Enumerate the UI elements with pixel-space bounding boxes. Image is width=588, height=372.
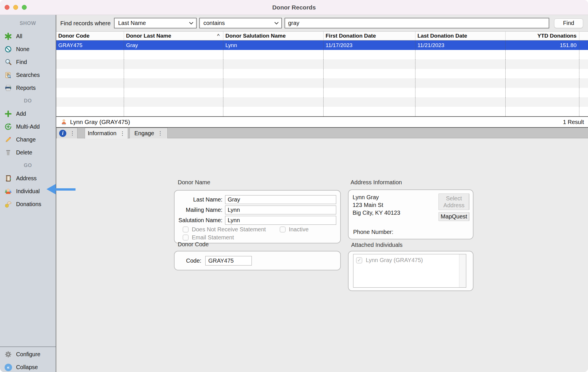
- sidebar-item-find[interactable]: Find: [0, 56, 56, 69]
- table-row-empty[interactable]: [56, 50, 588, 59]
- info-icon: i: [59, 130, 66, 137]
- cell-first-donation: 11/17/2023: [324, 40, 415, 50]
- collapse-icon: «: [4, 363, 12, 371]
- sidebar-section-show: SHOW: [0, 17, 56, 30]
- chevron-down-icon: [274, 20, 278, 24]
- sidebar-item-multi-add[interactable]: Multi-Add: [0, 120, 56, 133]
- person-icon: [60, 119, 67, 126]
- sidebar-label-collapse: Collapse: [16, 364, 38, 371]
- list-item[interactable]: ✓ Lynn Gray (GRAY475): [356, 257, 466, 264]
- attached-individuals-list[interactable]: ✓ Lynn Gray (GRAY475): [353, 254, 466, 288]
- sidebar-label-searches: Searches: [16, 72, 40, 78]
- sidebar-label-change: Change: [16, 136, 36, 143]
- does-not-receive-statement-checkbox[interactable]: [183, 226, 189, 232]
- minimize-button[interactable]: [13, 5, 18, 10]
- tab-information-label: Information: [88, 130, 116, 137]
- donor-records-window: Donor Records SHOW All None Find Searche…: [0, 0, 588, 372]
- checked-checkbox-icon[interactable]: ✓: [356, 257, 362, 264]
- donor-code-group-label: Donor Code: [178, 241, 209, 248]
- sidebar-item-configure[interactable]: Configure: [0, 348, 56, 361]
- sidebar-item-reports[interactable]: Reports: [0, 82, 56, 94]
- column-header-last-donation-date[interactable]: Last Donation Date: [415, 32, 506, 40]
- field-select[interactable]: Last Name: [114, 18, 197, 28]
- salutation-name-field[interactable]: Lynn: [225, 216, 336, 225]
- sidebar-label-address: Address: [16, 175, 37, 182]
- tab-info[interactable]: i ⋮: [57, 128, 78, 138]
- column-header-donor-salutation-name[interactable]: Donor Salutation Name: [223, 32, 324, 40]
- find-bar: Find records where Last Name contains gr…: [56, 15, 588, 32]
- sidebar-item-delete[interactable]: Delete: [0, 146, 56, 159]
- last-name-field[interactable]: Gray: [225, 195, 336, 204]
- find-button[interactable]: Find: [554, 18, 583, 28]
- sidebar-item-add[interactable]: Add: [0, 107, 56, 120]
- tab-engage[interactable]: Engage ⋮: [129, 128, 168, 138]
- list-scrollbar[interactable]: [459, 254, 466, 287]
- coin-hand-icon: [4, 200, 12, 208]
- select-address-button[interactable]: Select Address: [438, 193, 469, 210]
- sidebar-item-address[interactable]: Address: [0, 172, 56, 185]
- column-header-ytd-donations[interactable]: YTD Donations: [506, 32, 579, 40]
- sidebar: SHOW All None Find Searches Reports D: [0, 15, 56, 372]
- result-count: 1 Result: [563, 119, 584, 125]
- does-not-receive-statement-label: Does Not Receive Statement: [192, 226, 266, 233]
- sidebar-label-all: All: [16, 33, 22, 40]
- gear-icon: [4, 350, 12, 358]
- column-header-donor-code[interactable]: Donor Code: [56, 32, 124, 40]
- sidebar-label-delete: Delete: [16, 149, 32, 156]
- column-header-first-donation-date[interactable]: First Donation Date: [324, 32, 415, 40]
- table-row-empty[interactable]: [56, 88, 588, 97]
- attached-individuals-group-label: Attached Individuals: [351, 242, 403, 248]
- tab-information[interactable]: Information ⋮: [85, 128, 128, 139]
- table-row-empty[interactable]: [56, 59, 588, 69]
- address-line-city: Big City, KY 40123: [353, 209, 438, 217]
- sidebar-item-searches[interactable]: Searches: [0, 69, 56, 82]
- sort-ascending-icon: ^: [217, 33, 223, 39]
- search-query-input[interactable]: gray: [285, 18, 549, 28]
- sidebar-item-all[interactable]: All: [0, 30, 56, 43]
- zoom-button[interactable]: [22, 5, 27, 10]
- sidebar-item-individual[interactable]: Individual: [0, 185, 56, 198]
- sidebar-label-reports: Reports: [16, 85, 36, 91]
- attached-individuals-panel: ✓ Lynn Gray (GRAY475): [348, 251, 473, 291]
- address-line-street: 123 Main St: [353, 201, 438, 209]
- salutation-name-label: Salutation Name:: [177, 217, 225, 224]
- traffic-lights: [5, 0, 27, 15]
- tab-grip-icon: ⋮: [120, 131, 125, 136]
- mapquest-button[interactable]: MapQuest: [438, 212, 469, 221]
- cell-donor-code: GRAY475: [56, 40, 124, 50]
- cell-salutation: Lynn: [223, 40, 324, 50]
- donor-code-panel: Code: GRAY475: [174, 251, 341, 270]
- sidebar-item-collapse[interactable]: « Collapse: [0, 361, 56, 372]
- results-table: GRAY475 Gray Lynn 11/17/2023 11/21/2023 …: [56, 40, 588, 117]
- inactive-checkbox[interactable]: [280, 226, 286, 232]
- code-field[interactable]: GRAY475: [205, 256, 252, 266]
- operator-select[interactable]: contains: [199, 18, 282, 28]
- table-row-selected[interactable]: GRAY475 Gray Lynn 11/17/2023 11/21/2023 …: [56, 40, 588, 50]
- sidebar-label-none: None: [16, 46, 30, 53]
- no-entry-icon: [4, 45, 12, 53]
- sidebar-item-none[interactable]: None: [0, 43, 56, 56]
- address-book-icon: [4, 175, 12, 182]
- record-title: Lynn Gray (GRAY475): [70, 119, 130, 125]
- table-row-empty[interactable]: [56, 97, 588, 107]
- cell-last-name: Gray: [124, 40, 223, 50]
- mailing-name-field[interactable]: Lynn: [225, 206, 336, 214]
- cell-ytd: 151.80: [506, 40, 579, 50]
- mailing-name-label: Mailing Name:: [177, 207, 225, 213]
- person-group-icon: [4, 187, 12, 195]
- magnifier-icon: [4, 58, 12, 66]
- email-statement-label: Email Statement: [192, 234, 234, 241]
- field-select-value: Last Name: [118, 20, 146, 26]
- sidebar-item-donations[interactable]: Donations: [0, 198, 56, 211]
- close-button[interactable]: [5, 5, 9, 10]
- table-row-empty[interactable]: [56, 69, 588, 78]
- table-row-empty[interactable]: [56, 107, 588, 116]
- sidebar-label-donations: Donations: [16, 201, 41, 208]
- cell-last-donation: 11/21/2023: [415, 40, 506, 50]
- table-row-empty[interactable]: [56, 78, 588, 88]
- address-info-group-label: Address Information: [351, 179, 402, 186]
- column-header-donor-last-name[interactable]: Donor Last Name^: [124, 32, 223, 40]
- sidebar-item-change[interactable]: Change: [0, 133, 56, 146]
- email-statement-checkbox[interactable]: [183, 235, 189, 241]
- tab-grip-icon: ⋮: [158, 131, 163, 136]
